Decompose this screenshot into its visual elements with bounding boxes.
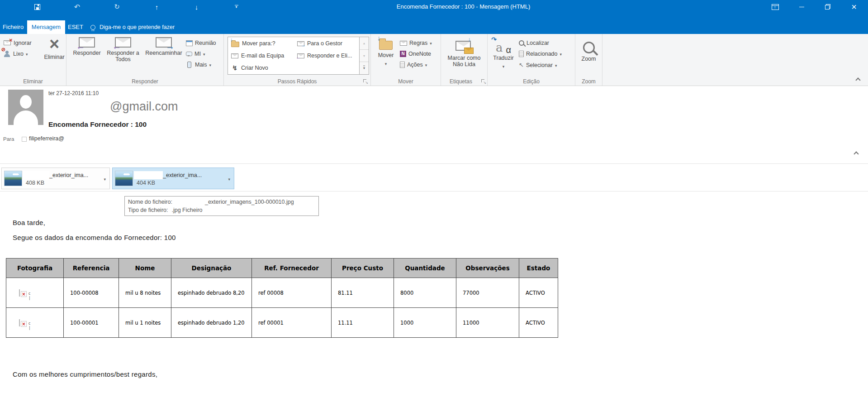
cell-quantidade: 8000	[394, 278, 456, 308]
group-label-etiquetas: Etiquetas	[441, 78, 487, 85]
recipient-address[interactable]: filipeferreira@	[29, 135, 64, 142]
cell-nome: mil u 8 noites	[119, 278, 171, 308]
col-header-preco-custo: Preço Custo	[332, 259, 394, 278]
group-etiquetas: Marcar comoNão Lida Etiquetas	[441, 34, 488, 86]
chevron-down-icon	[560, 51, 562, 57]
minimize-button[interactable]	[788, 0, 815, 14]
chevron-down-icon	[425, 62, 427, 68]
group-label-passos: Passos Rápidos	[224, 78, 370, 85]
lightning-icon	[231, 64, 238, 72]
actions-button[interactable]: Ações	[400, 62, 439, 68]
save-button[interactable]	[30, 0, 45, 14]
attachment-chip-selected[interactable]: _exterior_ima... 404 KB	[112, 168, 234, 189]
tab-mensagem[interactable]: Mensagem	[27, 20, 65, 34]
window-controls	[762, 0, 867, 14]
onenote-button[interactable]: OneNote	[400, 51, 439, 57]
attachments-bar: _exterior_ima... 408 KB _exterior_ima...…	[0, 163, 868, 192]
rules-icon	[400, 41, 407, 46]
reply-button[interactable]: Responder	[69, 34, 104, 77]
restore-button[interactable]	[815, 0, 841, 14]
col-header-fotografia: Fotografia	[6, 259, 64, 278]
delete-button[interactable]: Eliminar	[43, 34, 66, 77]
message-subject: Encomenda Fornecedor : 100	[48, 120, 147, 129]
attachment-thumbnail	[115, 171, 133, 186]
sender-address: @gmail.com	[110, 100, 178, 114]
cell-observacoes: 77000	[456, 278, 519, 308]
ignore-button[interactable]: Ignorar	[4, 40, 43, 46]
move-button[interactable]: Mover	[375, 34, 397, 77]
titlebar: Encomenda Fornecedor : 100 - Mensagem (H…	[0, 0, 868, 14]
zoom-magnifier-icon	[583, 42, 595, 53]
gallery-more-button[interactable]	[360, 62, 369, 74]
ribbon-display-options-button[interactable]	[762, 0, 788, 14]
cell-preco-custo: 81.11	[332, 278, 394, 308]
group-label-responder: Responder	[66, 78, 223, 85]
attachment-tooltip: Nome do ficheiro: _exterior_imagens_100-…	[124, 196, 319, 216]
forward-button[interactable]: Reencaminhar	[142, 34, 186, 77]
broken-image-icon	[19, 319, 20, 326]
folder-icon	[231, 42, 239, 47]
attachment-chip[interactable]: _exterior_ima... 408 KB	[1, 168, 110, 189]
im-button[interactable]: MI	[186, 51, 222, 57]
tooltip-type-label: Tipo de ficheiro:	[128, 206, 168, 214]
calendar-icon	[186, 40, 193, 46]
quick-step-email-equipa[interactable]: E-mail da Equipa	[228, 50, 294, 62]
junk-button[interactable]: Lixo	[4, 51, 43, 57]
phone-icon	[187, 62, 191, 68]
ribbon: Ignorar Lixo Eliminar Eliminar	[0, 34, 868, 86]
more-respond-button[interactable]: Mais	[186, 62, 222, 68]
tab-ficheiro[interactable]: Ficheiro	[0, 20, 26, 34]
chevron-down-icon[interactable]	[100, 174, 109, 182]
scroll-down-button[interactable]	[360, 50, 369, 62]
tell-me-label: Diga-me o que pretende fazer	[100, 24, 175, 30]
cell-ref-fornecedor: ref 00008	[252, 278, 332, 308]
ribbon-display-icon	[772, 4, 779, 10]
cell-preco-custo: 11.11	[332, 308, 394, 338]
collapse-ribbon-button[interactable]	[855, 77, 860, 82]
select-button[interactable]: Selecionar	[519, 62, 571, 68]
quick-step-criar-novo[interactable]: Criar Novo	[228, 62, 294, 74]
cell-estado: ACTIVO	[519, 278, 558, 308]
reply-all-button[interactable]: Responder a Todos	[104, 34, 142, 77]
quick-step-para-gestor[interactable]: Para o Gestor	[294, 38, 360, 50]
to-label: Para	[3, 136, 14, 142]
meeting-button[interactable]: Reunião	[186, 40, 222, 46]
zoom-button[interactable]: Zoom	[576, 34, 602, 77]
group-mover: Mover Regras OneNote Ações	[371, 34, 441, 86]
attachment-name: _exterior_ima...	[163, 172, 202, 178]
envelope-forward-icon	[297, 41, 304, 46]
email-icon	[231, 53, 238, 58]
document-icon	[400, 62, 405, 68]
translate-icon	[496, 40, 511, 53]
forward-envelope-icon	[156, 37, 172, 48]
envelope-reply-icon	[297, 53, 304, 58]
ribbon-tab-row: Ficheiro Mensagem ESET Diga-me o que pre…	[0, 14, 868, 34]
chevron-down-icon	[203, 51, 205, 57]
collapse-header-button[interactable]	[854, 151, 859, 156]
cell-observacoes: 11000	[456, 308, 519, 338]
translate-button[interactable]: Traduzir	[490, 34, 517, 77]
quick-step-mover-para[interactable]: Mover para:?	[228, 38, 294, 50]
table-row: 100-00001 mil u 1 noites espinhado debru…	[6, 308, 558, 338]
delete-x-icon	[49, 37, 59, 52]
junk-icon	[4, 51, 11, 57]
dialog-launcher-icon[interactable]	[363, 79, 368, 84]
dialog-launcher-icon[interactable]	[481, 79, 486, 84]
col-header-nome: Nome	[119, 259, 171, 278]
quick-step-responder-eliminar[interactable]: Responder e Eli...	[294, 50, 360, 62]
related-button[interactable]: Relacionado	[519, 51, 571, 57]
quick-steps-gallery: Mover para:? Para o Gestor E-mail da Equ…	[228, 37, 360, 75]
group-edicao: Traduzir Localizar Relacionado	[488, 34, 575, 86]
sender-avatar	[8, 90, 43, 125]
chevron-down-icon[interactable]	[224, 174, 234, 182]
scroll-up-button[interactable]	[360, 37, 369, 50]
tab-eset[interactable]: ESET	[66, 20, 85, 34]
mark-unread-button[interactable]: Marcar comoNão Lida	[442, 34, 486, 77]
rules-button[interactable]: Regras	[400, 40, 439, 46]
col-header-referencia: Referencia	[64, 259, 119, 278]
tell-me-box[interactable]: Diga-me o que pretende fazer	[90, 20, 175, 34]
reply-envelope-icon	[79, 37, 95, 48]
find-button[interactable]: Localizar	[519, 40, 571, 46]
close-button[interactable]	[841, 0, 867, 14]
cell-referencia: 100-00001	[64, 308, 119, 338]
